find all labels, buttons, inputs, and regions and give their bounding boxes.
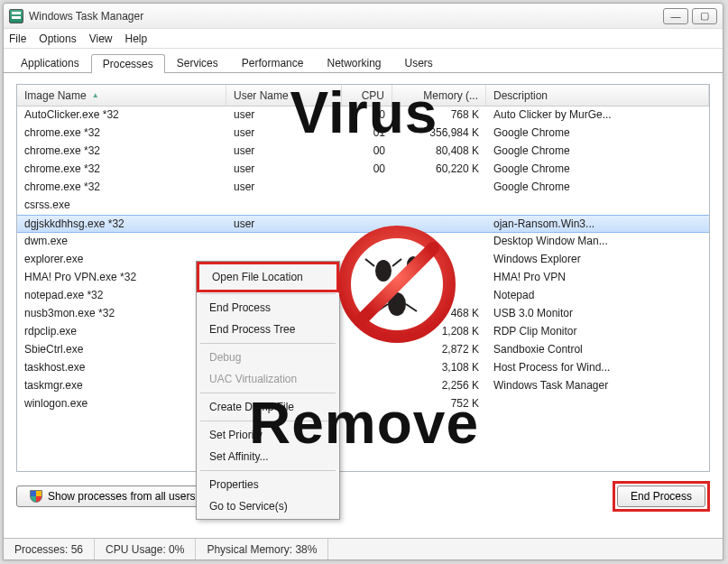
tab-users[interactable]: Users bbox=[393, 53, 445, 72]
end-process-button[interactable]: End Process bbox=[617, 485, 705, 507]
content-area: Image Name▲ User Name CPU Memory (... De… bbox=[4, 73, 723, 533]
cell-memory: 3,108 K bbox=[392, 359, 486, 377]
table-row[interactable]: chrome.exe *32userGoogle Chrome bbox=[17, 179, 709, 197]
menu-file[interactable]: File bbox=[9, 32, 26, 45]
table-row[interactable]: dwm.exeDesktop Window Man... bbox=[17, 233, 709, 251]
menu-help[interactable]: Help bbox=[125, 32, 148, 45]
cell-user: user bbox=[226, 216, 342, 232]
cell-description: Windows Task Manager bbox=[486, 377, 709, 395]
cell-user: user bbox=[226, 161, 342, 179]
cell-description: Desktop Window Man... bbox=[486, 233, 709, 251]
tab-processes[interactable]: Processes bbox=[91, 54, 165, 73]
bottom-row: Show processes from all users End Proces… bbox=[16, 481, 710, 512]
cell-cpu bbox=[342, 179, 392, 197]
cell-cpu: 01 bbox=[342, 125, 392, 143]
list-body[interactable]: AutoClicker.exe *32user00768 KAuto Click… bbox=[17, 106, 709, 413]
col-header-image-label: Image Name bbox=[24, 89, 87, 102]
cell-memory bbox=[392, 179, 486, 197]
cell-description bbox=[486, 395, 709, 413]
cell-cpu bbox=[342, 233, 392, 251]
cell-description: USB 3.0 Monitor bbox=[486, 305, 709, 323]
ctx-end-process-tree[interactable]: End Process Tree bbox=[198, 319, 337, 340]
table-row[interactable]: taskmgr.exe2,256 KWindows Task Manager bbox=[17, 377, 709, 395]
col-header-description[interactable]: Description bbox=[486, 85, 709, 106]
status-processes: Processes: 56 bbox=[4, 539, 95, 559]
ctx-set-priority[interactable]: Set Priority bbox=[198, 424, 337, 446]
table-row[interactable]: notepad.exe *32Notepad bbox=[17, 287, 709, 305]
ctx-end-process[interactable]: End Process bbox=[198, 297, 337, 319]
ctx-goto-service[interactable]: Go to Service(s) bbox=[198, 495, 337, 517]
table-row[interactable]: chrome.exe *32user0080,408 KGoogle Chrom… bbox=[17, 143, 709, 161]
ctx-open-file-location[interactable]: Open File Location bbox=[201, 266, 335, 288]
process-list: Image Name▲ User Name CPU Memory (... De… bbox=[16, 84, 710, 472]
table-row[interactable]: chrome.exe *32user0060,220 KGoogle Chrom… bbox=[17, 161, 709, 179]
table-row[interactable]: nusb3mon.exe *32468 KUSB 3.0 Monitor bbox=[17, 305, 709, 323]
table-row[interactable]: taskhost.exe3,108 KHost Process for Wind… bbox=[17, 359, 709, 377]
status-memory: Physical Memory: 38% bbox=[196, 539, 328, 559]
cell-image: chrome.exe *32 bbox=[17, 125, 226, 143]
table-row[interactable]: explorer.exeWindows Explorer bbox=[17, 251, 709, 269]
col-header-image[interactable]: Image Name▲ bbox=[17, 85, 226, 106]
cell-description: HMA! Pro VPN bbox=[486, 269, 709, 287]
col-header-user[interactable]: User Name bbox=[226, 85, 342, 106]
table-row[interactable]: AutoClicker.exe *32user00768 KAuto Click… bbox=[17, 106, 709, 125]
cell-cpu bbox=[342, 341, 392, 359]
menu-options[interactable]: Options bbox=[39, 32, 76, 45]
cell-description: ojan-Ransom.Win3... bbox=[486, 216, 709, 232]
ctx-separator bbox=[200, 393, 336, 393]
cell-cpu bbox=[342, 359, 392, 377]
cell-image: chrome.exe *32 bbox=[17, 179, 226, 197]
ctx-debug: Debug bbox=[198, 347, 337, 368]
col-header-cpu[interactable]: CPU bbox=[342, 85, 392, 106]
table-row[interactable]: winlogon.exe752 K bbox=[17, 395, 709, 413]
menu-view[interactable]: View bbox=[89, 32, 113, 45]
cell-cpu: 00 bbox=[342, 106, 392, 125]
tab-performance[interactable]: Performance bbox=[230, 53, 316, 72]
uac-shield-icon bbox=[30, 490, 42, 503]
cell-memory: 80,408 K bbox=[392, 143, 486, 161]
cell-description: Google Chrome bbox=[486, 179, 709, 197]
table-row[interactable]: HMA! Pro VPN.exe *32HMA! Pro VPN bbox=[17, 269, 709, 287]
cell-memory: 768 K bbox=[392, 106, 486, 125]
cell-description: Sandboxie Control bbox=[486, 341, 709, 359]
context-menu: Open File Location End Process End Proce… bbox=[196, 261, 340, 520]
cell-description: Google Chrome bbox=[486, 125, 709, 143]
cell-memory: 60,220 K bbox=[392, 161, 486, 179]
col-header-memory[interactable]: Memory (... bbox=[392, 85, 486, 106]
cell-cpu bbox=[342, 395, 392, 413]
titlebar[interactable]: Windows Task Manager — ▢ bbox=[4, 4, 723, 29]
cell-description: Google Chrome bbox=[486, 143, 709, 161]
cell-memory bbox=[392, 287, 486, 305]
cell-description: Notepad bbox=[486, 287, 709, 305]
show-all-users-button[interactable]: Show processes from all users bbox=[16, 485, 208, 507]
maximize-button[interactable]: ▢ bbox=[692, 8, 717, 24]
sort-indicator-icon: ▲ bbox=[92, 91, 99, 99]
ctx-separator bbox=[200, 421, 336, 421]
ctx-separator bbox=[200, 343, 336, 344]
tab-applications[interactable]: Applications bbox=[9, 53, 91, 72]
tab-services[interactable]: Services bbox=[165, 53, 230, 72]
cell-description: Windows Explorer bbox=[486, 251, 709, 269]
table-row[interactable]: rdpclip.exe1,208 KRDP Clip Monitor bbox=[17, 323, 709, 341]
ctx-set-affinity[interactable]: Set Affinity... bbox=[198, 446, 337, 467]
tab-networking[interactable]: Networking bbox=[315, 53, 392, 72]
show-all-label: Show processes from all users bbox=[48, 490, 195, 503]
ctx-separator bbox=[200, 293, 336, 294]
minimize-button[interactable]: — bbox=[663, 8, 688, 24]
table-row[interactable]: dgjskkdhhsg.exe *32userojan-Ransom.Win3.… bbox=[17, 215, 709, 233]
table-row[interactable]: SbieCtrl.exe2,872 KSandboxie Control bbox=[17, 341, 709, 359]
cell-memory bbox=[392, 216, 486, 232]
cell-memory: 356,984 K bbox=[392, 125, 486, 143]
cell-cpu bbox=[342, 377, 392, 395]
ctx-create-dump[interactable]: Create Dump File bbox=[198, 396, 337, 418]
table-row[interactable]: csrss.exe bbox=[17, 197, 709, 215]
cell-description: RDP Clip Monitor bbox=[486, 323, 709, 341]
cell-user: user bbox=[226, 179, 342, 197]
app-icon bbox=[9, 9, 23, 23]
cell-user: user bbox=[226, 125, 342, 143]
ctx-properties[interactable]: Properties bbox=[198, 474, 337, 495]
cell-memory bbox=[392, 251, 486, 269]
status-cpu: CPU Usage: 0% bbox=[95, 539, 196, 559]
cell-cpu bbox=[342, 197, 392, 215]
table-row[interactable]: chrome.exe *32user01356,984 KGoogle Chro… bbox=[17, 125, 709, 143]
